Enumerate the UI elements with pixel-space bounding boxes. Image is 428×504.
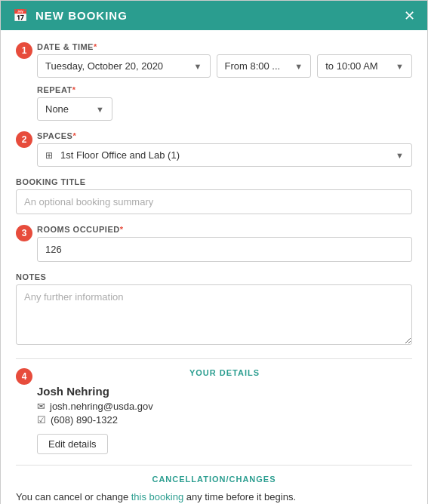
user-email-row: ✉ josh.nehring@usda.gov <box>37 401 412 412</box>
repeat-dropdown[interactable]: None ▼ <box>37 97 112 121</box>
spaces-label: SPACES* <box>37 131 412 140</box>
from-chevron-icon: ▼ <box>294 62 303 71</box>
spaces-dropdown[interactable]: ⊞ 1st Floor Office and Lab (1) ▼ <box>37 143 412 167</box>
booking-title-input[interactable] <box>16 189 412 214</box>
cancellation-label: CANCELLATION/CHANGES <box>16 475 412 484</box>
step2-badge: 2 <box>16 131 32 148</box>
spaces-chevron-icon: ▼ <box>396 151 404 160</box>
user-phone: (608) 890-1322 <box>51 414 118 426</box>
modal-title: NEW BOOKING <box>35 9 128 22</box>
step3-badge: 3 <box>16 225 32 241</box>
date-dropdown[interactable]: Tuesday, October 20, 2020 ▼ <box>37 54 211 78</box>
cancellation-text: You can cancel or change this booking an… <box>16 491 412 502</box>
booking-title-label: BOOKING TITLE <box>16 177 412 186</box>
edit-details-button[interactable]: Edit details <box>37 434 108 454</box>
modal-header: 📅 NEW BOOKING ✕ <box>1 1 427 30</box>
step1-badge: 1 <box>16 42 32 59</box>
to-time-dropdown[interactable]: to 10:00 AM ▼ <box>317 54 412 78</box>
header-left: 📅 NEW BOOKING <box>13 8 128 23</box>
date-chevron-icon: ▼ <box>194 62 202 71</box>
step4-row: 4 YOUR DETAILS Josh Nehring ✉ josh.nehri… <box>16 368 412 454</box>
booking-title-section: BOOKING TITLE <box>16 177 412 214</box>
step2-content: SPACES* ⊞ 1st Floor Office and Lab (1) ▼ <box>37 131 412 167</box>
cancellation-link[interactable]: this booking <box>131 491 183 502</box>
rooms-occupied-input[interactable] <box>37 237 412 262</box>
step1-content: DATE & TIME* Tuesday, October 20, 2020 ▼… <box>37 42 412 121</box>
modal-body: 1 DATE & TIME* Tuesday, October 20, 2020… <box>1 30 427 504</box>
repeat-chevron-icon: ▼ <box>96 105 104 114</box>
user-name: Josh Nehring <box>37 385 412 398</box>
your-details-section-label: YOUR DETAILS <box>37 368 412 377</box>
email-icon: ✉ <box>37 401 45 412</box>
cancellation-section: CANCELLATION/CHANGES You can cancel or c… <box>16 475 412 502</box>
from-time-dropdown[interactable]: From 8:00 ... ▼ <box>217 54 312 78</box>
notes-label: NOTES <box>16 272 412 281</box>
date-time-label: DATE & TIME* <box>37 42 412 51</box>
divider-1 <box>16 358 412 359</box>
step2-row: 2 SPACES* ⊞ 1st Floor Office and Lab (1)… <box>16 131 412 167</box>
close-button[interactable]: ✕ <box>404 9 415 23</box>
notes-section: NOTES <box>16 272 412 348</box>
divider-2 <box>16 465 412 466</box>
step3-row: 3 ROOMS OCCUPIED* <box>16 225 412 262</box>
to-chevron-icon: ▼ <box>396 62 404 71</box>
step3-content: ROOMS OCCUPIED* <box>37 225 412 262</box>
spaces-grid-icon: ⊞ <box>45 150 53 161</box>
phone-icon: ☑ <box>37 414 46 426</box>
calendar-icon: 📅 <box>13 8 28 23</box>
new-booking-modal: 📅 NEW BOOKING ✕ 1 DATE & TIME* Tuesday, … <box>0 0 428 504</box>
repeat-label: REPEAT* <box>37 85 412 94</box>
notes-textarea[interactable] <box>16 284 412 345</box>
step1-row: 1 DATE & TIME* Tuesday, October 20, 2020… <box>16 42 412 121</box>
user-email: josh.nehring@usda.gov <box>50 401 153 412</box>
user-phone-row: ☑ (608) 890-1322 <box>37 414 412 426</box>
date-time-row: Tuesday, October 20, 2020 ▼ From 8:00 ..… <box>37 54 412 78</box>
step4-badge: 4 <box>16 368 32 385</box>
rooms-occupied-label: ROOMS OCCUPIED* <box>37 225 412 234</box>
step4-content: YOUR DETAILS Josh Nehring ✉ josh.nehring… <box>37 368 412 454</box>
